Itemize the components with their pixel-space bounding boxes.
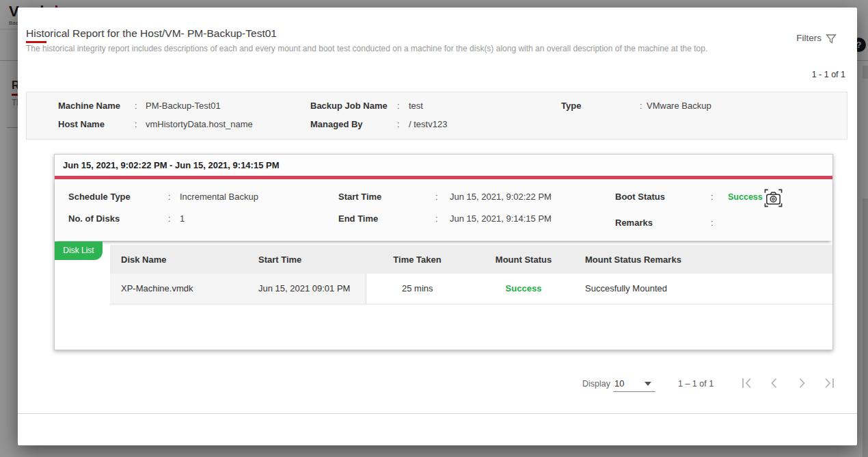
title-underline	[26, 41, 46, 43]
colon: :	[397, 101, 400, 111]
cell-mount-status-remarks: Succesfully Mounted	[578, 274, 832, 304]
col-mount-status: Mount Status	[469, 245, 578, 274]
boot-status-value: Success	[728, 192, 763, 202]
end-time-value: Jun 15, 2021, 9:14:15 PM	[450, 213, 552, 224]
previous-page-button[interactable]	[767, 376, 782, 391]
schedule-type-label: Schedule Type	[68, 192, 131, 202]
first-page-button[interactable]	[740, 376, 755, 391]
cell-disk-name: XP-Machine.vmdk	[110, 274, 252, 304]
colon: :	[135, 101, 137, 111]
type-label: Type	[561, 101, 581, 111]
machine-name-value: PM-Backup-Test01	[146, 101, 221, 111]
disk-list-tab[interactable]: Disk List	[55, 241, 103, 260]
cell-time-taken: 25 mins	[366, 274, 469, 304]
dialog-subtitle: The historical integrity report includes…	[26, 44, 778, 53]
last-page-button[interactable]	[822, 376, 837, 391]
schedule-details: Schedule Type : Incremental Backup No. o…	[55, 179, 832, 241]
no-of-disks-label: No. of Disks	[68, 213, 120, 224]
disk-table-row[interactable]: XP-Machine.vmdk Jun 15, 2021 09:01 PM 25…	[110, 274, 832, 304]
historical-report-dialog: Historical Report for the Host/VM- PM-Ba…	[18, 8, 857, 445]
schedule-type-value: Incremental Backup	[180, 192, 258, 202]
filter-icon[interactable]	[826, 34, 837, 44]
end-time-label: End Time	[338, 213, 378, 224]
colon: :	[711, 192, 714, 202]
page-size-value: 10	[614, 378, 624, 389]
col-time-taken: Time Taken	[366, 245, 469, 274]
dialog-title: Historical Report for the Host/VM- PM-Ba…	[26, 27, 277, 40]
backup-job-name-label: Backup Job Name	[310, 101, 388, 111]
col-mount-status-remarks: Mount Status Remarks	[578, 245, 832, 274]
managed-by-value: / testv123	[409, 119, 447, 129]
page-size-select[interactable]: 10	[613, 376, 655, 392]
footer-divider	[18, 413, 857, 414]
report-period-header: Jun 15, 2021, 9:02:22 PM - Jun 15, 2021,…	[55, 155, 832, 176]
start-time-value: Jun 15, 2021, 9:02:22 PM	[450, 192, 552, 202]
backup-job-name-value: test	[409, 101, 423, 111]
start-time-label: Start Time	[338, 192, 381, 202]
screenshot-camera-icon[interactable]	[763, 188, 783, 208]
display-label: Display	[582, 379, 610, 389]
colon: :	[435, 213, 438, 224]
managed-by-label: Managed By	[310, 119, 363, 129]
colon: :	[168, 192, 171, 202]
disk-table-header-row: Disk Name Start Time Time Taken Mount St…	[110, 245, 832, 274]
no-of-disks-value: 1	[180, 213, 185, 224]
col-disk-name: Disk Name	[110, 245, 252, 274]
colon: :	[168, 213, 171, 224]
cell-start-time: Jun 15, 2021 09:01 PM	[252, 274, 366, 304]
result-count: 1 - 1 of 1	[812, 70, 845, 79]
colon: :	[135, 119, 137, 129]
host-name-value: vmHistortyData.host_name	[146, 119, 253, 129]
colon: :	[435, 192, 438, 202]
boot-status-label: Boot Status	[615, 192, 665, 202]
host-name-label: Host Name	[58, 119, 105, 129]
machine-info-panel: Machine Name : PM-Backup-Test01 Host Nam…	[26, 92, 847, 140]
colon: :	[711, 218, 714, 228]
machine-name-label: Machine Name	[58, 101, 120, 111]
type-value: VMware Backup	[647, 101, 711, 111]
report-card: Jun 15, 2021, 9:02:22 PM - Jun 15, 2021,…	[54, 154, 833, 350]
remarks-label: Remarks	[615, 218, 653, 228]
chevron-down-icon	[645, 382, 651, 386]
next-page-button[interactable]	[794, 376, 809, 391]
colon: :	[640, 101, 642, 111]
pagination-range: 1 – 1 of 1	[678, 379, 714, 389]
col-start-time: Start Time	[252, 245, 366, 274]
filters-button-label[interactable]: Filters	[796, 33, 822, 43]
disk-table: Disk Name Start Time Time Taken Mount St…	[110, 245, 832, 304]
cell-mount-status: Success	[469, 274, 578, 304]
colon: :	[397, 119, 400, 129]
